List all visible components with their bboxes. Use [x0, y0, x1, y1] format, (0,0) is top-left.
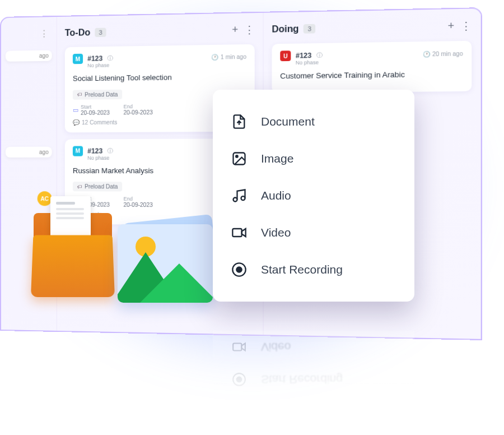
avatar[interactable]: AC — [38, 191, 52, 206]
card-id: #123 — [87, 147, 102, 155]
card-type-badge: U — [280, 50, 291, 61]
attachment-menu: Document Image Audio Video Start Recordi… — [213, 90, 414, 302]
add-card-button[interactable]: + — [448, 20, 455, 33]
photo-illustration — [118, 224, 218, 308]
menu-item-video[interactable]: Video — [228, 214, 399, 251]
column-menu-icon[interactable]: ⋮ — [244, 24, 255, 36]
menu-label: Audio — [261, 189, 291, 202]
menu-item-image[interactable]: Image — [228, 140, 399, 177]
menu-item-start-recording[interactable]: Start Recording — [228, 251, 399, 288]
column-menu-icon[interactable]: ⋮ — [460, 20, 472, 33]
kanban-card[interactable]: U #123 ⓘ 🕐 20 min ago No phase Customer … — [272, 41, 472, 94]
date-end-value: 20-09-2023 — [123, 202, 152, 208]
audio-icon — [231, 187, 248, 204]
svg-point-8 — [237, 377, 242, 382]
card-timestamp: 🕐 20 min ago — [422, 50, 463, 57]
svg-point-2 — [234, 198, 237, 202]
menu-reflection: Start Recording Video — [213, 331, 414, 405]
svg-point-6 — [236, 267, 241, 272]
add-card-button[interactable]: + — [232, 24, 238, 36]
card-type-badge: M — [73, 54, 83, 64]
date-start-label: Start — [81, 104, 110, 110]
info-icon[interactable]: ⓘ — [107, 54, 113, 62]
card-id: #123 — [296, 52, 311, 60]
column-menu-icon[interactable]: ⋮ — [6, 28, 52, 40]
date-end-label: End — [123, 103, 152, 109]
card-title: Social Listening Tool selection — [73, 72, 246, 83]
svg-rect-9 — [233, 344, 241, 351]
card-title: Customer Service Training in Arabic — [280, 70, 463, 81]
info-icon[interactable]: ⓘ — [316, 52, 323, 60]
card-tag[interactable]: Preload Data — [73, 182, 123, 191]
card-id: #123 — [87, 54, 102, 63]
menu-label: Document — [261, 115, 315, 128]
card-type-badge: M — [73, 146, 83, 156]
column-title: To-Do — [65, 27, 90, 38]
video-icon — [231, 224, 248, 241]
svg-point-3 — [241, 196, 245, 200]
column-title: Doing — [272, 24, 298, 34]
menu-label: Image — [261, 152, 293, 165]
menu-item-audio[interactable]: Audio — [228, 177, 399, 214]
info-icon[interactable]: ⓘ — [107, 147, 113, 155]
menu-label: Video — [261, 226, 291, 239]
folder-illustration — [34, 213, 112, 297]
menu-item-document[interactable]: Document — [228, 103, 399, 140]
column-count-badge: 3 — [304, 24, 316, 34]
calendar-icon: ▭ — [73, 106, 78, 113]
svg-point-1 — [236, 155, 238, 158]
card-timestamp: 🕐 1 min ago — [211, 53, 246, 60]
document-upload-icon — [231, 113, 248, 130]
record-icon — [231, 261, 248, 278]
image-icon — [231, 150, 248, 167]
clock-icon: 🕐 — [211, 54, 218, 60]
card-tag[interactable]: Preload Data — [73, 89, 123, 99]
comment-icon: 💬 — [73, 119, 80, 126]
date-end-label: End — [123, 196, 152, 202]
date-start-value: 20-09-2023 — [81, 109, 110, 116]
date-end-value: 20-09-2023 — [123, 109, 152, 115]
clock-icon: 🕐 — [422, 50, 430, 57]
column-count-badge: 3 — [95, 28, 106, 38]
partial-time-badge: ago — [6, 147, 52, 158]
svg-rect-4 — [232, 229, 241, 237]
menu-label: Start Recording — [261, 263, 343, 276]
partial-time-badge: ago — [6, 50, 52, 62]
